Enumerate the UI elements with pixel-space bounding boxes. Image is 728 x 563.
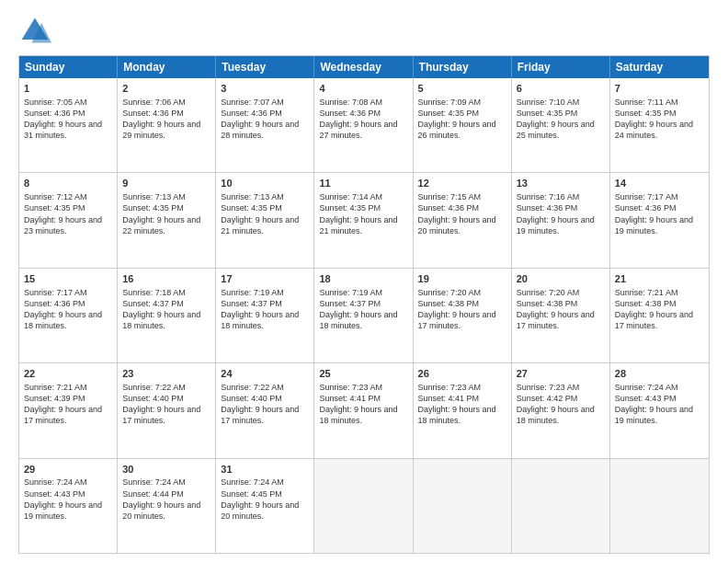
calendar-cell: 23Sunrise: 7:22 AMSunset: 4:40 PMDayligh… [118,363,216,457]
day-of-week-header: Sunday [19,56,118,78]
calendar-cell: 17Sunrise: 7:19 AMSunset: 4:37 PMDayligh… [216,269,314,362]
day-of-week-header: Tuesday [216,56,314,78]
day-info: Sunrise: 7:12 AMSunset: 4:35 PMDaylight:… [24,191,112,236]
calendar-row: 8Sunrise: 7:12 AMSunset: 4:35 PMDaylight… [19,173,709,268]
calendar: SundayMondayTuesdayWednesdayThursdayFrid… [18,55,710,554]
day-number: 24 [221,367,309,381]
page: SundayMondayTuesdayWednesdayThursdayFrid… [0,0,728,563]
calendar-cell: 11Sunrise: 7:14 AMSunset: 4:35 PMDayligh… [314,173,413,267]
day-number: 30 [122,463,210,477]
day-number: 19 [418,272,506,286]
day-info: Sunrise: 7:24 AMSunset: 4:43 PMDaylight:… [24,477,112,522]
logo [18,15,55,48]
day-info: Sunrise: 7:22 AMSunset: 4:40 PMDaylight:… [221,382,309,427]
calendar-row: 15Sunrise: 7:17 AMSunset: 4:36 PMDayligh… [19,269,709,363]
calendar-cell: 2Sunrise: 7:06 AMSunset: 4:36 PMDaylight… [118,78,216,172]
calendar-cell: 14Sunrise: 7:17 AMSunset: 4:36 PMDayligh… [610,173,709,267]
day-info: Sunrise: 7:22 AMSunset: 4:40 PMDaylight:… [122,382,210,427]
calendar-cell: 30Sunrise: 7:24 AMSunset: 4:44 PMDayligh… [118,459,216,553]
day-info: Sunrise: 7:23 AMSunset: 4:41 PMDaylight:… [418,382,506,427]
day-info: Sunrise: 7:24 AMSunset: 4:44 PMDaylight:… [122,477,210,522]
day-info: Sunrise: 7:08 AMSunset: 4:36 PMDaylight:… [319,97,407,142]
day-info: Sunrise: 7:19 AMSunset: 4:37 PMDaylight:… [319,287,407,332]
calendar-cell: 20Sunrise: 7:20 AMSunset: 4:38 PMDayligh… [512,269,610,362]
day-info: Sunrise: 7:17 AMSunset: 4:36 PMDaylight:… [24,287,112,332]
day-info: Sunrise: 7:21 AMSunset: 4:39 PMDaylight:… [24,382,112,427]
day-info: Sunrise: 7:24 AMSunset: 4:43 PMDaylight:… [615,382,704,427]
logo-icon [18,15,51,48]
calendar-cell: 19Sunrise: 7:20 AMSunset: 4:38 PMDayligh… [414,269,512,362]
day-info: Sunrise: 7:16 AMSunset: 4:36 PMDaylight:… [517,191,605,236]
day-number: 20 [517,272,605,286]
day-number: 28 [615,367,704,381]
calendar-cell: 6Sunrise: 7:10 AMSunset: 4:35 PMDaylight… [512,78,610,172]
calendar-cell: 29Sunrise: 7:24 AMSunset: 4:43 PMDayligh… [19,459,118,553]
day-info: Sunrise: 7:23 AMSunset: 4:42 PMDaylight:… [517,382,605,427]
day-info: Sunrise: 7:23 AMSunset: 4:41 PMDaylight:… [319,382,407,427]
calendar-cell: 31Sunrise: 7:24 AMSunset: 4:45 PMDayligh… [216,459,314,553]
day-number: 18 [319,272,407,286]
day-info: Sunrise: 7:19 AMSunset: 4:37 PMDaylight:… [221,287,309,332]
calendar-row: 22Sunrise: 7:21 AMSunset: 4:39 PMDayligh… [19,363,709,458]
day-info: Sunrise: 7:14 AMSunset: 4:35 PMDaylight:… [319,191,407,236]
day-number: 10 [221,177,309,190]
day-info: Sunrise: 7:24 AMSunset: 4:45 PMDaylight:… [221,477,309,522]
header [18,15,710,48]
day-number: 22 [24,367,112,381]
day-number: 13 [517,177,605,190]
day-info: Sunrise: 7:11 AMSunset: 4:35 PMDaylight:… [615,97,704,142]
day-info: Sunrise: 7:21 AMSunset: 4:38 PMDaylight:… [615,287,704,332]
day-info: Sunrise: 7:07 AMSunset: 4:36 PMDaylight:… [221,97,309,142]
day-info: Sunrise: 7:10 AMSunset: 4:35 PMDaylight:… [517,97,605,142]
calendar-cell [610,459,709,553]
day-of-week-header: Saturday [610,56,709,78]
day-number: 8 [24,177,112,190]
day-info: Sunrise: 7:20 AMSunset: 4:38 PMDaylight:… [517,287,605,332]
day-number: 7 [615,82,704,96]
day-number: 5 [418,82,506,96]
calendar-cell: 22Sunrise: 7:21 AMSunset: 4:39 PMDayligh… [19,363,118,457]
day-info: Sunrise: 7:09 AMSunset: 4:35 PMDaylight:… [418,97,506,142]
calendar-header: SundayMondayTuesdayWednesdayThursdayFrid… [19,56,709,78]
calendar-cell: 5Sunrise: 7:09 AMSunset: 4:35 PMDaylight… [414,78,512,172]
calendar-cell: 15Sunrise: 7:17 AMSunset: 4:36 PMDayligh… [19,269,118,362]
calendar-cell: 8Sunrise: 7:12 AMSunset: 4:35 PMDaylight… [19,173,118,267]
day-number: 25 [319,367,407,381]
calendar-cell: 12Sunrise: 7:15 AMSunset: 4:36 PMDayligh… [414,173,512,267]
day-number: 23 [122,367,210,381]
calendar-cell [414,459,512,553]
day-number: 11 [319,177,407,190]
calendar-cell: 4Sunrise: 7:08 AMSunset: 4:36 PMDaylight… [314,78,413,172]
calendar-cell: 21Sunrise: 7:21 AMSunset: 4:38 PMDayligh… [610,269,709,362]
day-number: 17 [221,272,309,286]
calendar-cell: 16Sunrise: 7:18 AMSunset: 4:37 PMDayligh… [118,269,216,362]
day-number: 26 [418,367,506,381]
calendar-row: 1Sunrise: 7:05 AMSunset: 4:36 PMDaylight… [19,78,709,173]
day-info: Sunrise: 7:17 AMSunset: 4:36 PMDaylight:… [615,191,704,236]
day-number: 14 [615,177,704,190]
calendar-cell: 7Sunrise: 7:11 AMSunset: 4:35 PMDaylight… [610,78,709,172]
day-number: 9 [122,177,210,190]
day-of-week-header: Wednesday [314,56,413,78]
day-number: 21 [615,272,704,286]
calendar-cell [512,459,610,553]
day-info: Sunrise: 7:06 AMSunset: 4:36 PMDaylight:… [122,97,210,142]
day-info: Sunrise: 7:18 AMSunset: 4:37 PMDaylight:… [122,287,210,332]
day-number: 3 [221,82,309,96]
calendar-cell: 25Sunrise: 7:23 AMSunset: 4:41 PMDayligh… [314,363,413,457]
calendar-cell [314,459,413,553]
day-number: 29 [24,463,112,477]
calendar-row: 29Sunrise: 7:24 AMSunset: 4:43 PMDayligh… [19,459,709,553]
calendar-cell: 13Sunrise: 7:16 AMSunset: 4:36 PMDayligh… [512,173,610,267]
calendar-cell: 24Sunrise: 7:22 AMSunset: 4:40 PMDayligh… [216,363,314,457]
day-info: Sunrise: 7:13 AMSunset: 4:35 PMDaylight:… [122,191,210,236]
calendar-cell: 10Sunrise: 7:13 AMSunset: 4:35 PMDayligh… [216,173,314,267]
day-number: 27 [517,367,605,381]
calendar-cell: 26Sunrise: 7:23 AMSunset: 4:41 PMDayligh… [414,363,512,457]
day-number: 6 [517,82,605,96]
day-info: Sunrise: 7:20 AMSunset: 4:38 PMDaylight:… [418,287,506,332]
day-of-week-header: Thursday [414,56,512,78]
day-number: 4 [319,82,407,96]
day-info: Sunrise: 7:15 AMSunset: 4:36 PMDaylight:… [418,191,506,236]
calendar-body: 1Sunrise: 7:05 AMSunset: 4:36 PMDaylight… [19,78,709,553]
